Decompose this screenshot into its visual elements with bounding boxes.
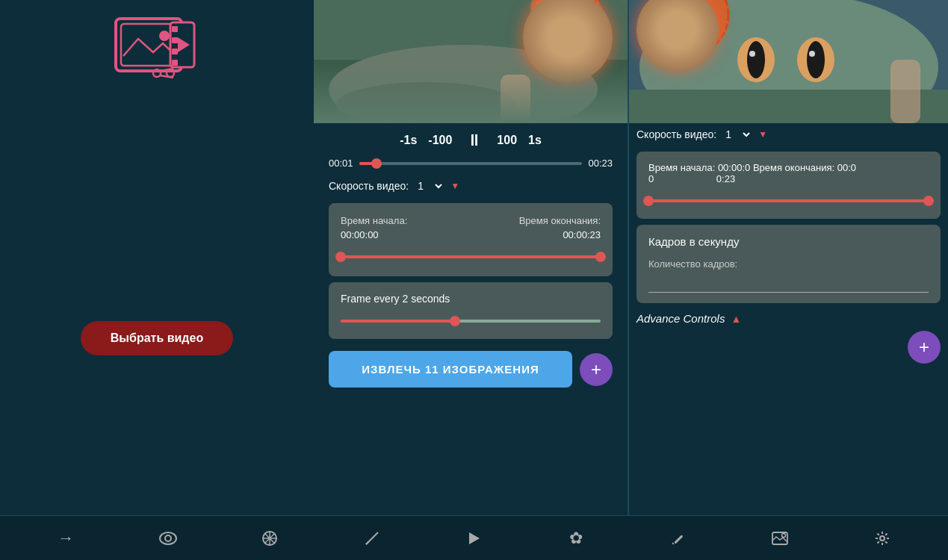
toolbar-edit1-icon[interactable]: [357, 523, 387, 553]
svg-rect-32: [890, 60, 920, 123]
play-pause-button[interactable]: ⏸: [463, 129, 486, 152]
end-label: Время окончания:: [519, 215, 601, 226]
advance-controls-row: Advance Controls ▲: [636, 312, 941, 325]
speed-arrow-right: ▼: [758, 129, 767, 140]
right-fill: [648, 199, 929, 202]
extract-button[interactable]: ИЗВЛЕЧЬ 11 ИЗОБРАЖЕНИЯ: [329, 351, 572, 388]
speed-label-left: Скорость видео:: [329, 180, 409, 192]
end-time-value: 00:00:23: [563, 229, 601, 240]
toolbar-image-icon[interactable]: [765, 523, 795, 553]
advance-arrow-icon: ▲: [731, 313, 741, 325]
speed-select-left[interactable]: 1 0.5 1.5 2: [415, 179, 444, 193]
svg-rect-14: [314, 60, 628, 123]
add-button-left[interactable]: +: [580, 353, 613, 386]
frame-interval-card: Frame every 2 seconds: [329, 282, 613, 339]
timeline-track[interactable]: [359, 162, 583, 165]
svg-rect-6: [172, 49, 178, 55]
svg-marker-42: [469, 532, 480, 544]
trim-time-labels: Время начала: Время окончания:: [341, 215, 601, 226]
svg-point-27: [747, 41, 765, 78]
right-trim-times: Время начала: 00:00:0 Время окончания: 0…: [648, 162, 929, 184]
trim-thumb-end-left[interactable]: [595, 252, 606, 262]
svg-point-29: [749, 51, 755, 57]
video-preview-right: [629, 0, 948, 123]
toolbar-arrow-icon[interactable]: →: [51, 523, 81, 553]
bottom-toolbar: → ✿: [0, 515, 948, 560]
toolbar-play-icon[interactable]: [459, 523, 489, 553]
select-video-button[interactable]: Выбрать видео: [81, 321, 233, 355]
svg-marker-44: [672, 542, 675, 544]
trim-card-left: Время начала: Время окончания: 00:00:00 …: [329, 203, 613, 276]
trim-time-values: 00:00:00 00:00:23: [341, 229, 601, 240]
right-track: [648, 199, 929, 202]
fps-input-field[interactable]: [648, 274, 929, 293]
start-time-value: 00:00:00: [341, 229, 379, 240]
toolbar-aperture-icon[interactable]: [255, 523, 285, 553]
speed-row-left: Скорость видео: 1 0.5 1.5 2 ▼: [314, 175, 628, 197]
fps-title: Кадров в секунду: [648, 235, 929, 248]
right-end-label: Время окончания:: [753, 162, 837, 173]
fps-input-label: Количество кадров:: [648, 258, 929, 270]
right-thumb-start[interactable]: [643, 196, 654, 206]
trim-range-left[interactable]: [341, 249, 601, 264]
svg-point-34: [165, 535, 171, 541]
right-panel: Скорость видео: 1 0.5 1.5 2 ▼ Время нача…: [629, 0, 948, 560]
svg-line-41: [366, 541, 369, 544]
svg-point-19: [336, 82, 515, 123]
minus-100-button[interactable]: -100: [428, 134, 452, 147]
right-end-time2: 0:23: [716, 173, 735, 184]
right-start-label: Время начала:: [648, 162, 718, 173]
svg-rect-4: [172, 26, 178, 32]
svg-rect-7: [172, 60, 178, 66]
right-extract-row: +: [629, 328, 948, 367]
add-button-right[interactable]: +: [908, 331, 941, 364]
advance-controls-label: Advance Controls: [636, 312, 725, 325]
svg-point-2: [159, 31, 170, 41]
extract-row: ИЗВЛЕЧЬ 11 ИЗОБРАЖЕНИЯ +: [329, 351, 613, 388]
timeline-thumb: [371, 158, 382, 169]
svg-point-47: [880, 536, 885, 541]
frame-track: [341, 320, 601, 323]
svg-point-46: [782, 533, 786, 537]
fps-card: Кадров в секунду Количество кадров:: [636, 225, 941, 303]
frame-interval-label: Frame every 2 seconds: [341, 293, 601, 305]
app-logo: [112, 15, 202, 90]
svg-point-33: [160, 532, 176, 544]
speed-row-right: Скорость видео: 1 0.5 1.5 2 ▼: [629, 123, 948, 146]
trim-thumb-start-left[interactable]: [335, 252, 346, 262]
plus-1s-button[interactable]: 1s: [528, 134, 542, 147]
svg-point-30: [809, 51, 815, 57]
minus-1s-button[interactable]: -1s: [400, 134, 417, 147]
start-label: Время начала:: [341, 215, 407, 226]
speed-arrow-left: ▼: [450, 181, 459, 191]
playback-controls: -1s -100 ⏸ 100 1s 00:01 00:23: [314, 123, 628, 175]
video-preview-left: [314, 0, 628, 123]
svg-point-28: [807, 41, 825, 78]
plus-100-button[interactable]: 100: [497, 134, 517, 147]
frame-interval-slider[interactable]: [341, 314, 601, 329]
toolbar-settings-icon[interactable]: [867, 523, 897, 553]
trim-range-right[interactable]: [648, 193, 929, 208]
sidebar: Выбрать видео: [0, 0, 314, 530]
trim-card-right: Время начала: 00:00:0 Время окончания: 0…: [636, 152, 941, 219]
frame-thumb[interactable]: [450, 316, 460, 326]
frame-fill: [341, 320, 455, 323]
right-thumb-end[interactable]: [923, 196, 934, 206]
toolbar-edit2-icon[interactable]: [663, 523, 693, 553]
svg-line-12: [160, 75, 173, 78]
svg-rect-20: [501, 75, 530, 123]
trim-fill-left: [341, 255, 601, 258]
timeline-current-time: 00:01: [329, 158, 353, 169]
toolbar-eye-icon[interactable]: [153, 523, 183, 553]
speed-select-right[interactable]: 1 0.5 1.5 2: [722, 128, 752, 141]
svg-rect-1: [121, 24, 176, 66]
right-start-time2: 0: [648, 173, 654, 184]
timeline-end-time: 00:23: [588, 158, 613, 169]
svg-point-16: [532, 0, 604, 58]
toolbar-flower-icon[interactable]: ✿: [561, 523, 591, 553]
right-end-time: 00:0: [837, 162, 856, 173]
cat-video-frame-left: [314, 0, 628, 123]
main-content: -1s -100 ⏸ 100 1s 00:01 00:23 Скорость в…: [314, 0, 948, 560]
svg-rect-5: [172, 37, 178, 43]
cat-video-frame-right: [629, 0, 948, 123]
